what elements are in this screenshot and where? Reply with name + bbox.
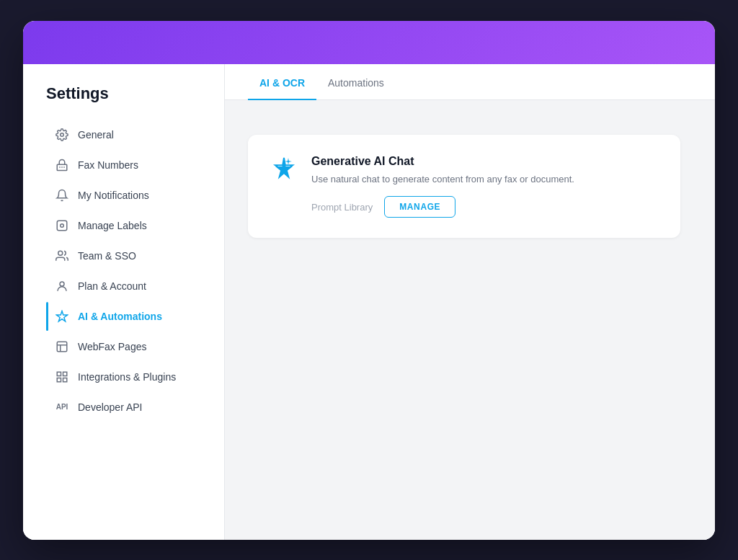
sidebar-item-my-notifications[interactable]: My Notifications [46, 181, 224, 210]
gear-icon [55, 128, 69, 142]
sidebar: Settings General [23, 64, 225, 540]
svg-point-7 [58, 251, 63, 255]
fax-icon [55, 158, 69, 172]
sidebar-item-plan-label: Plan & Account [78, 280, 146, 292]
sidebar-item-plan-account[interactable]: Plan & Account [46, 272, 224, 301]
account-icon [55, 279, 69, 293]
webfax-icon [55, 339, 69, 354]
svg-rect-12 [57, 378, 61, 381]
sidebar-item-integrations-label: Integrations & Plugins [78, 371, 176, 383]
svg-rect-10 [57, 372, 61, 375]
svg-rect-13 [63, 378, 67, 381]
feature-description: Use natural chat to generate content fro… [311, 172, 657, 187]
sidebar-item-fax-label: Fax Numbers [78, 159, 138, 171]
svg-point-0 [61, 133, 64, 136]
feature-actions: Prompt Library MANAGE [311, 196, 657, 218]
team-icon [55, 249, 69, 263]
sidebar-item-ai-automations[interactable]: AI & Automations [46, 302, 224, 331]
sidebar-item-integrations[interactable]: Integrations & Plugins [46, 363, 224, 391]
sidebar-nav: General Fax Numbers [46, 120, 224, 422]
prompt-library-label: Prompt Library [311, 202, 373, 213]
sidebar-item-general[interactable]: General [46, 120, 224, 149]
sidebar-item-ai-label: AI & Automations [78, 311, 162, 322]
tab-content: Generative AI Chat Use natural chat to g… [225, 100, 715, 273]
generative-ai-icon [271, 156, 297, 182]
page-title: Settings [46, 84, 224, 103]
bell-icon [55, 188, 69, 203]
sidebar-item-labels-label: Manage Labels [78, 220, 147, 231]
sidebar-item-team-label: Team & SSO [78, 250, 136, 262]
tab-ai-ocr[interactable]: AI & OCR [248, 64, 316, 100]
ai-icon [55, 309, 69, 324]
feature-title: Generative AI Chat [311, 155, 657, 168]
app-body: Settings General [23, 64, 715, 540]
sidebar-item-api-label: Developer API [78, 401, 143, 413]
sidebar-item-developer-api[interactable]: API Developer API [46, 393, 224, 422]
sidebar-item-notifications-label: My Notifications [78, 190, 149, 201]
api-icon: API [55, 400, 69, 414]
sidebar-item-webfax-label: WebFax Pages [78, 341, 146, 352]
grid-icon [55, 370, 69, 384]
app-window: Settings General [23, 21, 715, 540]
label-icon [55, 218, 69, 233]
svg-point-5 [61, 223, 64, 227]
svg-point-8 [60, 282, 64, 286]
tab-automations[interactable]: Automations [316, 64, 396, 100]
svg-rect-9 [57, 342, 67, 352]
sidebar-item-team-sso[interactable]: Team & SSO [46, 241, 224, 270]
sidebar-item-webfax-pages[interactable]: WebFax Pages [46, 332, 224, 361]
sidebar-item-fax-numbers[interactable]: Fax Numbers [46, 151, 224, 179]
tabs-header: AI & OCR Automations [225, 64, 715, 100]
sidebar-item-general-label: General [78, 129, 114, 141]
manage-button[interactable]: MANAGE [384, 196, 455, 218]
svg-rect-11 [63, 372, 67, 375]
app-header [23, 21, 715, 64]
feature-card: Generative AI Chat Use natural chat to g… [248, 135, 680, 239]
feature-info: Generative AI Chat Use natural chat to g… [311, 155, 657, 218]
svg-rect-6 [57, 221, 67, 231]
main-content: AI & OCR Automations Generative A [225, 64, 715, 540]
sidebar-item-manage-labels[interactable]: Manage Labels [46, 211, 224, 240]
